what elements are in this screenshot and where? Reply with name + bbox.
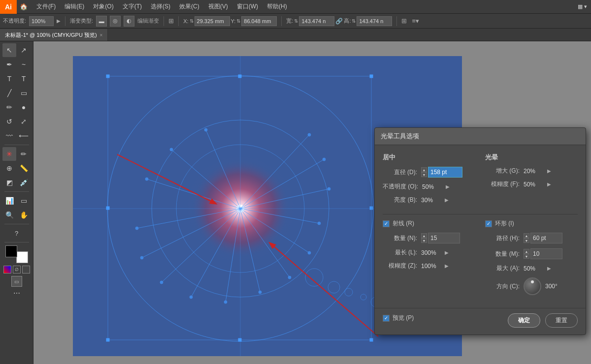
y-input[interactable] bbox=[241, 16, 277, 26]
gradient-type-linear[interactable]: ▬ bbox=[96, 16, 107, 27]
home-icon-btn[interactable]: 🏠 bbox=[17, 0, 31, 14]
tool-question[interactable]: ? bbox=[5, 226, 28, 240]
tool-shape-builder[interactable]: ⊕ bbox=[2, 161, 16, 175]
fill-color[interactable] bbox=[16, 251, 28, 263]
arrange-icon[interactable]: ≡▾ bbox=[412, 17, 419, 25]
svg-point-39 bbox=[361, 294, 366, 300]
tool-line[interactable]: ╱ bbox=[2, 86, 16, 100]
halo-fuzz-row: 模糊度 (F): 50% ▶ bbox=[485, 180, 578, 188]
tool-touch[interactable]: T bbox=[17, 72, 31, 86]
color-mode-none[interactable]: ∅ bbox=[13, 266, 21, 273]
tool-pen[interactable]: ✒ bbox=[2, 58, 16, 71]
diameter-spin-arrows: ▲ ▼ bbox=[421, 167, 427, 177]
tool-rotate[interactable]: ↺ bbox=[2, 115, 16, 128]
tool-graph[interactable]: 📊 bbox=[2, 194, 16, 208]
rays-checkbox[interactable] bbox=[383, 220, 390, 227]
ok-button[interactable]: 确定 bbox=[508, 313, 540, 328]
menu-window[interactable]: 窗口(W) bbox=[233, 0, 262, 13]
rays-count-down[interactable]: ▼ bbox=[421, 238, 427, 243]
rings-path-up[interactable]: ▲ bbox=[524, 233, 529, 238]
tool-warp[interactable]: 〰 bbox=[2, 129, 16, 143]
menu-text[interactable]: 文字(T) bbox=[119, 0, 146, 13]
brightness-arrow[interactable]: ▶ bbox=[445, 197, 449, 203]
menu-view[interactable]: 视图(V) bbox=[204, 0, 232, 13]
rays-count-spin: ▲ ▼ bbox=[421, 233, 460, 243]
halo-fuzz-arrow[interactable]: ▶ bbox=[547, 182, 551, 187]
rings-checkbox[interactable] bbox=[485, 220, 492, 227]
tool-eyedropper[interactable]: 💉 bbox=[17, 176, 31, 189]
tool-artboard[interactable]: ▭ bbox=[17, 194, 31, 208]
opacity-arrow[interactable]: ▶ bbox=[446, 184, 450, 189]
canvas-area: 光晕工具选项 居中 直径 (D): ▲ ▼ bbox=[33, 41, 591, 364]
link-icon[interactable]: 🔗 bbox=[335, 18, 343, 25]
diameter-spin-wrap: ▲ ▼ bbox=[421, 167, 462, 178]
diameter-spin-down[interactable]: ▼ bbox=[421, 172, 427, 177]
toolbar-opacity-input[interactable] bbox=[29, 16, 54, 26]
direction-knob[interactable] bbox=[524, 277, 541, 295]
halo-grow-value: 20% bbox=[524, 168, 543, 175]
tool-select[interactable]: ↖ bbox=[2, 43, 16, 57]
diameter-spin-up[interactable]: ▲ bbox=[421, 167, 427, 172]
gradient-type-angle[interactable]: ◐ bbox=[124, 16, 134, 27]
toolbar: 不透明度: ▶ 渐变类型: ▬ ◎ ◐ 编辑渐变 ⊞ X: ⇅ Y: ⇅ 宽: … bbox=[0, 14, 591, 29]
tool-direct-select[interactable]: ↗ bbox=[17, 43, 31, 57]
rings-max-label: 最大 (A): bbox=[485, 264, 520, 273]
tool-type[interactable]: T bbox=[2, 72, 16, 86]
tool-hand[interactable]: ✋ bbox=[17, 208, 31, 222]
menu-effect[interactable]: 效果(C) bbox=[175, 0, 203, 13]
menu-select[interactable]: 选择(S) bbox=[147, 0, 174, 13]
tool-zoom[interactable]: 🔍 bbox=[2, 208, 16, 222]
rings-count-up[interactable]: ▲ bbox=[524, 249, 529, 254]
color-mode-swatch[interactable] bbox=[22, 266, 30, 273]
x-input[interactable] bbox=[195, 16, 230, 26]
gradient-type-radial[interactable]: ◎ bbox=[110, 16, 121, 27]
toolbar-opacity-arrow[interactable]: ▶ bbox=[57, 18, 61, 24]
preview-checkbox[interactable] bbox=[383, 315, 390, 322]
halo-grow-arrow[interactable]: ▶ bbox=[547, 168, 551, 174]
dialog-center-col: 居中 直径 (D): ▲ ▼ bbox=[383, 153, 475, 209]
panel-icon[interactable]: ▦ ▾ bbox=[578, 3, 587, 10]
rays-count-row: 数量 (N): ▲ ▼ bbox=[383, 233, 475, 243]
tool-flare[interactable]: ✳ bbox=[2, 147, 16, 161]
rings-max-arrow[interactable]: ▶ bbox=[547, 266, 551, 271]
tool-curvature[interactable]: ~ bbox=[17, 58, 31, 71]
rays-count-up[interactable]: ▲ bbox=[421, 233, 427, 238]
more-tools[interactable]: ⋯ bbox=[13, 289, 20, 297]
tool-paintbrush[interactable]: ✏ bbox=[2, 100, 16, 114]
menu-file[interactable]: 文件(F) bbox=[33, 0, 60, 13]
rings-path-down[interactable]: ▼ bbox=[524, 238, 529, 243]
rays-count-input[interactable] bbox=[428, 233, 460, 243]
tool-row-1: ↖ ↗ bbox=[2, 43, 31, 57]
tab-close-btn[interactable]: × bbox=[100, 32, 103, 38]
reset-button[interactable]: 重置 bbox=[545, 313, 578, 328]
rays-count-arrows: ▲ ▼ bbox=[421, 233, 427, 243]
tool-scale[interactable]: ⤢ bbox=[17, 115, 31, 128]
divider1 bbox=[65, 16, 66, 26]
tool-row-4: ╱ ▭ bbox=[2, 86, 31, 100]
menu-object[interactable]: 对象(O) bbox=[89, 0, 117, 13]
rays-length-arrow[interactable]: ▶ bbox=[445, 250, 449, 255]
menu-edit[interactable]: 编辑(E) bbox=[61, 0, 88, 13]
tool-measure[interactable]: 📏 bbox=[17, 161, 31, 175]
canvas-tab[interactable]: 未标题-1* @ 100% (CMYK/GPU 预览) × bbox=[0, 29, 108, 41]
menu-help[interactable]: 帮助(H) bbox=[263, 0, 291, 13]
h-input[interactable] bbox=[357, 16, 392, 26]
toolbar-edit-label[interactable]: 编辑渐变 bbox=[137, 17, 159, 25]
rays-fuzz-arrow[interactable]: ▶ bbox=[445, 263, 449, 269]
dialog-title-text: 光晕工具选项 bbox=[381, 132, 419, 141]
rings-path-input[interactable] bbox=[530, 233, 562, 243]
color-mode-gradient[interactable] bbox=[3, 266, 11, 273]
transform-icon[interactable]: ⊞ bbox=[401, 17, 407, 25]
tool-width[interactable]: ⟵ bbox=[17, 129, 31, 143]
flare-tool-dialog: 光晕工具选项 居中 直径 (D): ▲ ▼ bbox=[374, 127, 586, 335]
view-mode[interactable]: ▭ bbox=[11, 276, 22, 287]
tool-rect[interactable]: ▭ bbox=[17, 86, 31, 100]
tool-blob[interactable]: ● bbox=[17, 100, 31, 114]
tool-pencil[interactable]: ✏ bbox=[17, 147, 31, 161]
stroke-color[interactable] bbox=[5, 245, 17, 257]
tool-gradient[interactable]: ◩ bbox=[2, 176, 16, 189]
rings-count-input[interactable] bbox=[530, 248, 562, 259]
diameter-input[interactable] bbox=[428, 167, 462, 178]
rings-count-down[interactable]: ▼ bbox=[524, 254, 529, 259]
w-input[interactable] bbox=[299, 16, 334, 26]
